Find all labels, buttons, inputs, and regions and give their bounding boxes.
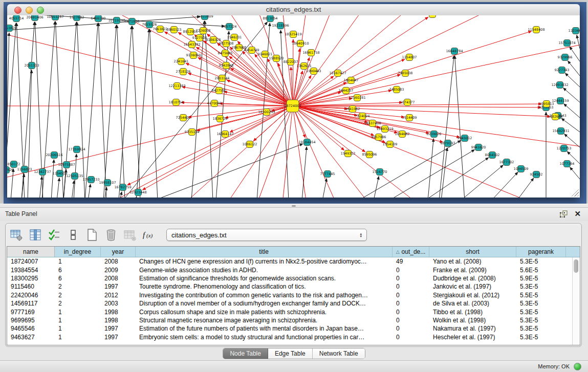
table-row[interactable]: 1830029562008Estimation of significance … (7, 274, 572, 282)
graph-node-label: 15493219 (376, 127, 393, 131)
table-row[interactable]: 946554611997Estimation of the future num… (7, 324, 572, 333)
table-cell: 5.6E-5 (516, 267, 566, 274)
graph-node-label: 11548408 (528, 28, 545, 32)
graph-node-label: 8813054 (263, 16, 278, 20)
network-window-titlebar[interactable]: citations_edges.txt (7, 4, 580, 16)
graph-node-label: 20206516 (46, 153, 62, 157)
graph-node-label: 18640910 (292, 41, 309, 46)
graph-node-label: 12093832 (551, 83, 568, 87)
column-visibility-icon (29, 229, 41, 241)
table-row[interactable]: 977716911998Corpus callosum shape and si… (7, 308, 572, 316)
citation-edge-black (428, 139, 433, 198)
table-row[interactable]: 1456911722003Disruption of a novel membe… (7, 299, 572, 308)
table-toolbar: f (x) citations_edges.txt ▴▾ (10, 226, 367, 244)
table-cell: 19384554 (7, 267, 55, 274)
citation-edge-black (103, 25, 116, 198)
column-header-year[interactable]: year (101, 247, 136, 257)
citation-edge-black (425, 158, 489, 198)
graph-node-label: 12444159 (552, 99, 569, 103)
column-header-short[interactable]: short (429, 247, 516, 257)
graph-node-label: 1094509 (514, 167, 529, 171)
citation-edge-red (293, 31, 531, 106)
delete-button[interactable] (104, 228, 118, 242)
graph-node-label: 3915926 (7, 168, 13, 172)
citation-edge-black (568, 61, 580, 76)
citation-edge-black (39, 177, 42, 198)
graph-node-label: 1641962 (345, 107, 360, 111)
graph-node-label: 10975887 (58, 163, 75, 167)
citation-edge-red (293, 106, 580, 191)
citation-edge-red (293, 106, 374, 136)
table-row[interactable]: 946362711997Embryonic stem cells: a mode… (7, 333, 572, 341)
close-panel-icon[interactable]: ✕ (574, 210, 581, 218)
column-header-title[interactable]: title (136, 247, 393, 257)
table-cell: Corpus callosum shape and size in male p… (136, 309, 393, 316)
table-cell: 49 (393, 258, 429, 265)
graph-node-label: 7254402 (176, 116, 191, 120)
citation-edge-black (455, 56, 465, 198)
table-row[interactable]: 969969511998Structural magnetic resonanc… (7, 316, 572, 324)
graph-node-label: 1516770 (373, 170, 387, 174)
citation-edge-black (72, 181, 74, 198)
table-panel: Table Panel ✕ (0, 208, 588, 372)
table-cell: Structural magnetic resonance image aver… (136, 317, 393, 324)
graph-node-label: 9146821 (258, 52, 273, 56)
citation-edge-black (517, 178, 534, 198)
column-header-pagerank[interactable]: pagerank (516, 247, 566, 257)
citation-edge-red (293, 106, 580, 198)
network-canvas[interactable]: 4055714206914061065328715276026466100107… (7, 15, 580, 198)
table-selector-dropdown[interactable]: citations_edges.txt ▴▾ (166, 229, 367, 241)
column-header-out-de-[interactable]: △out_de... (393, 247, 429, 257)
table-row[interactable]: 911546021997Tourette syndrome. Phenomeno… (7, 282, 572, 291)
tab-network-table[interactable]: Network Table (313, 348, 365, 359)
checklist-button[interactable] (48, 228, 61, 242)
table-cell: 18300295 (7, 275, 55, 282)
table-vertical-scrollbar[interactable] (572, 257, 580, 345)
combo-arrows-icon: ▴▾ (360, 232, 362, 237)
citation-edge-red (7, 106, 293, 198)
function-builder-button[interactable]: f (x) (142, 228, 156, 242)
tab-edge-table[interactable]: Edge Table (268, 348, 313, 359)
table-cell: Wolkin et al. (1998) (429, 317, 516, 324)
svg-text:f: f (143, 231, 146, 239)
table-cell: Estimation of the future numbers of pati… (136, 325, 393, 332)
graph-node-label: 9127508 (192, 36, 207, 40)
graph-node-label: 17359924 (68, 147, 85, 151)
graph-node-label: 1154519 (53, 171, 68, 176)
citation-edge-black (51, 160, 54, 198)
citation-edge-black (374, 177, 379, 198)
network-desktop: citations_edges.txt 40557142069140610653… (4, 2, 586, 204)
table-mode-button[interactable] (10, 228, 23, 242)
table-cell: 5.9E-5 (516, 275, 566, 282)
table-cell: 14569117 (7, 300, 55, 307)
graph-node-label: 1077364 (560, 162, 575, 166)
network-window[interactable]: citations_edges.txt 40557142069140610653… (7, 4, 580, 198)
table-row[interactable]: 2242004622012Investigating the contribut… (7, 291, 572, 299)
float-window-icon[interactable] (560, 210, 568, 218)
graph-node-label: 7485038 (398, 71, 413, 75)
table-cell: 2 (55, 300, 101, 307)
column-header-name[interactable]: name (7, 247, 55, 257)
tab-node-table[interactable]: Node Table (223, 348, 268, 359)
citation-edge-black (98, 23, 106, 198)
citation-edge-black (570, 167, 580, 179)
scrollbar-thumb[interactable] (574, 259, 578, 273)
panel-splitter[interactable] (0, 204, 588, 208)
column-header-in-degree[interactable]: in_degree (55, 247, 101, 257)
table-mode-icon (10, 229, 23, 241)
row-height-button[interactable] (67, 228, 80, 242)
citation-edge-red (127, 106, 293, 185)
graph-node-label: 6466100 (91, 16, 106, 20)
graph-node-label: 7857224 (222, 25, 237, 29)
citation-edge-black (577, 35, 580, 49)
citation-graph[interactable]: 4055714206914061065328715276026466100107… (7, 15, 580, 198)
table-row[interactable]: 1872400712008Changes of HCN gene express… (7, 257, 572, 266)
function-builder-icon: f (x) (142, 230, 156, 240)
graph-node-label: 12923448 (129, 190, 146, 194)
splitter-handle[interactable] (292, 205, 296, 207)
column-visibility-button[interactable] (29, 228, 42, 242)
table-row[interactable]: 1938455462009Genome-wide association stu… (7, 266, 572, 274)
new-file-button[interactable] (85, 228, 99, 242)
table-cell: 0 (393, 275, 429, 282)
table-cell: 5.3E-5 (516, 325, 566, 332)
